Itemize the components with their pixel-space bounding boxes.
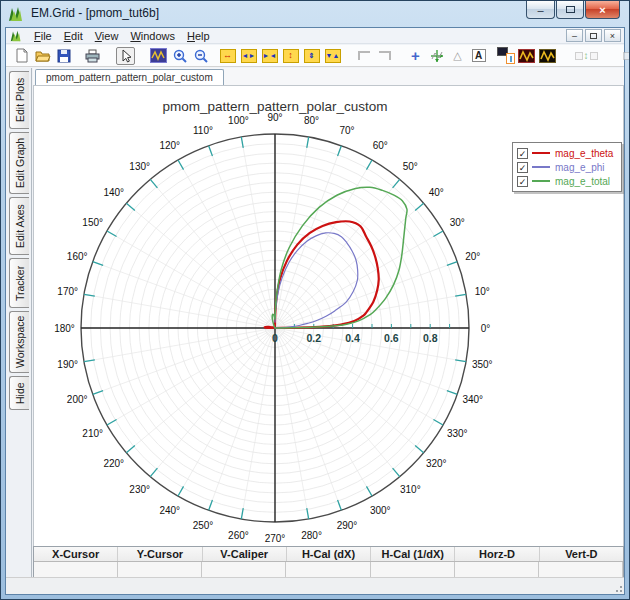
close-button[interactable]: × [585,1,620,19]
crosshair-button[interactable]: + [406,47,425,65]
readout-value [455,562,539,577]
title-bar: EM.Grid - [pmom_tut6b] – × [1,1,629,27]
plot-dark-icon [539,49,556,63]
expand-x-button[interactable]: ↔ [218,47,237,65]
angle-label: 50° [403,161,418,172]
new-file-button[interactable] [12,47,31,65]
angle-label: 230° [129,484,150,495]
zoom-box-button[interactable] [149,47,168,65]
sidebar-tab-edit-graph[interactable]: Edit Graph [9,132,29,194]
zoom-out-button[interactable] [191,47,210,65]
angle-label: 80° [304,115,319,126]
pointer-tool-button[interactable] [116,47,135,65]
mdi-close-button[interactable]: × [604,29,621,42]
readout-value [34,562,118,577]
legend-checkbox-mag_e_total[interactable]: ✓ [517,176,528,187]
document-tab[interactable]: pmom_pattern_pattern_polar_custom [35,69,224,85]
readout-header: V-Caliper [203,547,287,561]
restore-icon [590,33,597,39]
sidebar-tab-edit-axes[interactable]: Edit Axes [9,197,29,255]
corner-select-button[interactable] [354,47,373,65]
align-vertical-icon: ↕ [575,51,598,61]
angle-label: 350° [472,359,493,370]
angle-label: 140° [103,187,124,198]
menu-edit[interactable]: Edit [58,29,89,43]
align-horizontal-button[interactable]: ↔ [615,47,630,65]
print-button[interactable] [83,47,102,65]
zoom-in-icon [173,49,187,63]
r-axis-label: 0.8 [423,332,438,344]
expand-x-icon: ↔ [220,49,236,63]
sidebar-tab-hide[interactable]: Hide [9,376,29,410]
readout-value [539,562,623,577]
overlay-plot-button[interactable] [496,47,515,65]
readout-value [118,562,202,577]
zoom-out-icon [194,49,208,63]
angle-label: 270° [265,533,286,544]
align-horizontal-icon: ↔ [623,51,630,61]
r-axis-label: 0.4 [345,332,360,344]
minimize-button[interactable]: – [526,1,555,19]
angle-label: 220° [103,458,124,469]
app-window: EM.Grid - [pmom_tut6b] – × File Edit Vie… [0,0,630,600]
resize-grip[interactable] [613,583,623,593]
menu-view[interactable]: View [89,29,125,43]
text-tool-button[interactable]: A [469,47,488,65]
sidebar-tab-workspace[interactable]: Workspace [9,311,29,373]
pointer-icon [120,49,132,63]
angle-label: 280° [301,530,322,541]
angle-label: 10° [475,286,490,297]
angle-label: 60° [373,140,388,151]
r-axis-label: 0.2 [306,332,321,344]
readout-header: Horz-D [455,547,539,561]
menu-file[interactable]: File [28,29,58,43]
menu-windows[interactable]: Windows [124,29,181,43]
shrink-x-button[interactable]: ►◄ [260,47,279,65]
legend-label: mag_e_total [555,176,610,187]
corner-select-2-button[interactable] [375,47,394,65]
angle-label: 180° [54,323,75,334]
axes-tool-button[interactable] [427,47,446,65]
angle-label: 310° [400,484,421,495]
legend-checkbox-mag_e_phi[interactable]: ✓ [517,162,528,173]
readout-header-row: X-CursorY-CursorV-CaliperH-Cal (dX)H-Cal… [34,547,623,562]
save-icon [57,49,71,63]
legend-row: ✓mag_e_phi [517,160,613,174]
mdi-minimize-button[interactable]: – [566,29,583,42]
readout-header: X-Cursor [34,547,118,561]
text-tool-icon: A [472,49,486,62]
plot-style-dark-button[interactable] [538,47,557,65]
angle-label: 40° [429,187,444,198]
client-area: File Edit View Windows Help – × [5,27,625,595]
angle-label: 120° [159,140,180,151]
menu-help[interactable]: Help [181,29,216,43]
shrink-y-button[interactable]: ▼▲ [323,47,342,65]
open-file-button[interactable] [33,47,52,65]
legend-checkbox-mag_e_theta[interactable]: ✓ [517,148,528,159]
maximize-button[interactable] [556,1,584,19]
readout-header: H-Cal (1/dX) [371,547,455,561]
angle-label: 150° [82,217,103,228]
content-area: pmom_pattern_pattern_polar_custom pmom_p… [33,68,624,577]
expand-y-button[interactable]: ↕ [281,47,300,65]
sidebar-tab-tracker[interactable]: Tracker [9,258,29,308]
readout-value [286,562,370,577]
zoom-in-button[interactable] [170,47,189,65]
plot-area[interactable]: pmom_pattern_pattern_polar_custom 00.20.… [33,85,624,546]
angle-label: 0° [481,323,491,334]
mdi-restore-button[interactable] [585,29,602,42]
pan-x-button[interactable]: ◄► [239,47,258,65]
triangle-icon: △ [453,49,461,62]
legend-row: ✓mag_e_theta [517,146,613,160]
angle-label: 100° [228,115,249,126]
save-file-button[interactable] [54,47,73,65]
sidebar-tab-edit-plots[interactable]: Edit Plots [9,71,29,129]
document-icon [10,30,22,42]
align-vertical-button[interactable]: ↕ [567,47,605,65]
pan-y-button[interactable]: ⇕ [302,47,321,65]
readout-table: X-CursorY-CursorV-CaliperH-Cal (dX)H-Cal… [33,546,624,577]
plot-style-red-button[interactable] [517,47,536,65]
slope-tool-button[interactable]: △ [448,47,467,65]
angle-label: 30° [450,217,465,228]
angle-label: 330° [447,428,468,439]
